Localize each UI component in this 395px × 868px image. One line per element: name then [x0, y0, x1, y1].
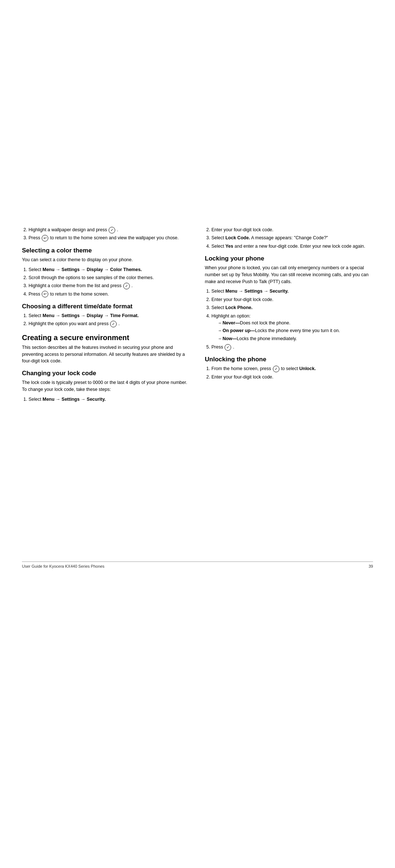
footer-bar: User Guide for Kyocera KX440 Series Phon…	[22, 561, 373, 568]
list-item: Select Menu → Settings → Security.	[29, 396, 190, 403]
section-intro: The lock code is typically preset to 000…	[22, 379, 190, 393]
section-lock-phone: Locking your phone When your phone is lo…	[205, 255, 373, 351]
section-title: Choosing a different time/date format	[22, 303, 190, 310]
list-item: Scroll through the options to see sample…	[29, 274, 190, 281]
lock-phone-steps: Select Menu → Settings → Security. Enter…	[211, 288, 373, 351]
lock-code-continued-steps: Enter your four-digit lock code. Select …	[211, 226, 373, 250]
ok-icon	[273, 366, 279, 372]
list-item: Select Lock Code. A message appears: "Ch…	[211, 235, 373, 241]
list-item: Highlight a wallpaper design and press .	[29, 226, 190, 233]
section-title-large: Creating a secure environment	[22, 334, 190, 342]
list-item: Never—Does not lock the phone.	[219, 320, 373, 327]
section-time-date: Choosing a different time/date format Se…	[22, 303, 190, 328]
section-color-theme: Selecting a color theme You can select a…	[22, 247, 190, 298]
list-item: Enter your four-digit lock code.	[211, 296, 373, 303]
list-item: Highlight the option you want and press …	[29, 320, 190, 327]
bottom-whitespace	[0, 406, 395, 705]
section-unlock-phone: Unlocking the phone From the home screen…	[205, 356, 373, 381]
ok-icon	[109, 227, 115, 233]
back-icon	[42, 291, 48, 297]
footer-left-text: User Guide for Kyocera KX440 Series Phon…	[22, 564, 105, 568]
list-item: From the home screen, press to select Un…	[211, 365, 373, 372]
list-item: Highlight a color theme from the list an…	[29, 282, 190, 289]
wallpaper-steps: Highlight a wallpaper design and press .…	[29, 226, 190, 242]
list-item: Enter your four-digit lock code.	[211, 374, 373, 381]
ok-icon	[225, 344, 231, 351]
section-title: Locking your phone	[205, 255, 373, 262]
section-lock-code: Changing your lock code The lock code is…	[22, 370, 190, 403]
list-item: On power up—Locks the phone every time y…	[219, 327, 373, 334]
section-secure-env: Creating a secure environment This secti…	[22, 334, 190, 403]
list-item: Select Menu → Settings → Display → Time …	[29, 312, 190, 319]
list-item: Select Menu → Settings → Display → Color…	[29, 266, 190, 273]
color-theme-steps: Select Menu → Settings → Display → Color…	[29, 266, 190, 298]
list-item: Highlight an option: Never—Does not lock…	[211, 313, 373, 343]
top-whitespace	[0, 0, 395, 226]
section-title: Unlocking the phone	[205, 356, 373, 363]
back-icon	[42, 235, 48, 241]
section-intro: When your phone is locked, you can call …	[205, 264, 373, 285]
ok-icon	[123, 283, 130, 289]
list-item: Press .	[211, 344, 373, 351]
content-area: Highlight a wallpaper design and press .…	[0, 226, 395, 406]
section-title: Selecting a color theme	[22, 247, 190, 254]
list-item: Select Menu → Settings → Security.	[211, 288, 373, 295]
section-intro: You can select a color theme to display …	[22, 256, 190, 263]
list-item: Press to return to the home screen.	[29, 291, 190, 298]
time-date-steps: Select Menu → Settings → Display → Time …	[29, 312, 190, 328]
footer-page-number: 39	[369, 564, 373, 568]
ok-icon	[110, 321, 117, 327]
section-intro: This section describes all the features …	[22, 344, 190, 365]
lock-options-list: Never—Does not lock the phone. On power …	[219, 320, 373, 342]
list-item: Enter your four-digit lock code.	[211, 226, 373, 233]
list-item: Select Yes and enter a new four-digit co…	[211, 243, 373, 250]
list-item: Now—Locks the phone immediately.	[219, 335, 373, 342]
section-title: Changing your lock code	[22, 370, 190, 377]
lock-code-steps: Select Menu → Settings → Security.	[29, 396, 190, 403]
left-column: Highlight a wallpaper design and press .…	[22, 226, 190, 406]
right-column: Enter your four-digit lock code. Select …	[205, 226, 373, 406]
list-item: Press to return to the home screen and v…	[29, 235, 190, 241]
page: Highlight a wallpaper design and press .…	[0, 0, 395, 868]
list-item: Select Lock Phone.	[211, 304, 373, 311]
unlock-phone-steps: From the home screen, press to select Un…	[211, 365, 373, 381]
